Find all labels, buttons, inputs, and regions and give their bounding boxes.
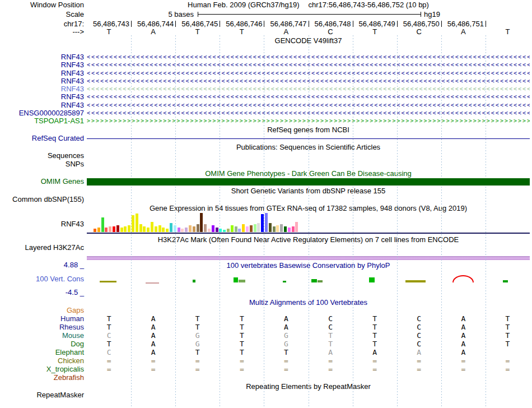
h3k27ac-track-label[interactable]: Layered H3K27Ac [0, 244, 84, 252]
gene-track-label[interactable]: RNF43 [0, 101, 84, 109]
gtex-tissue-bar [208, 229, 211, 232]
gene-intron-line[interactable]: <<<<<<<<<<<<<<<<<<<<<<<<<<<<<<<<<<<<<<<<… [87, 109, 530, 117]
alignment-base: T [284, 349, 288, 356]
species-label[interactable]: Elephant [0, 349, 84, 356]
strand-label: ---> [0, 28, 84, 36]
gene-intron-line[interactable]: <<<<<<<<<<<<<<<<<<<<<<<<<<<<<<<<<<<<<<<<… [87, 61, 530, 69]
reference-base: T [195, 28, 200, 36]
alignment-base: C [328, 315, 333, 323]
gene-track-label[interactable]: TSPOAP1-AS1 [0, 117, 84, 125]
gtex-tissue-bar [158, 225, 161, 232]
alignment-base: A [417, 349, 421, 356]
gene-intron-line[interactable]: <<<<<<<<<<<<<<<<<<<<<<<<<<<<<<<<<<<<<<<<… [87, 69, 530, 77]
gtex-tissue-bar [254, 224, 256, 232]
assembly-short: hg19 [424, 11, 440, 18]
gene-track-label[interactable]: RNF43 [0, 61, 84, 69]
gene-intron-line[interactable]: <<<<<<<<<<<<<<<<<<<<<<<<<<<<<<<<<<<<<<<<… [87, 93, 530, 101]
sequences-track-label[interactable]: Sequences [0, 152, 84, 160]
alignment-base: = [151, 357, 156, 365]
refseq-gene-line[interactable] [87, 138, 530, 139]
alignment-base: C [107, 349, 111, 356]
phylop-mark [234, 277, 238, 282]
reference-base: T [107, 28, 111, 36]
alignment-base: C [417, 323, 421, 331]
species-label[interactable]: Gaps [0, 307, 84, 314]
alignment-base: C [328, 323, 333, 331]
alignment-base: T [506, 340, 510, 348]
gtex-tissue-bar [174, 225, 176, 232]
phylop-mark [283, 281, 286, 282]
alignment-base: T [107, 340, 111, 348]
refseq-track-label[interactable]: RefSeq Curated [0, 135, 84, 142]
phylop-track[interactable] [87, 268, 530, 294]
species-label[interactable]: Chicken [0, 357, 84, 365]
reference-base: T [505, 28, 510, 36]
gtex-tissue-bar [197, 224, 199, 232]
gene-intron-line[interactable]: <<<<<<<<<<<<<<<<<<<<<<<<<<<<<<<<<<<<<<<<… [87, 101, 530, 109]
phylop-mark [452, 275, 474, 282]
alignment-base: A [284, 323, 288, 331]
species-label[interactable]: Human [0, 315, 84, 323]
gtex-chart[interactable] [87, 212, 530, 233]
gtex-tissue-bar [185, 228, 188, 232]
gene-intron-line[interactable]: <<<<<<<<<<<<<<<<<<<<<<<<<<<<<<<<<<<<<<<<… [87, 53, 530, 61]
gtex-tissue-bar [219, 229, 222, 232]
gtex-tissue-bar [246, 226, 249, 232]
omim-track-label[interactable]: OMIM Genes [0, 178, 84, 186]
species-label[interactable]: Dog [0, 340, 84, 348]
gene-track-label[interactable]: RNF43 [0, 69, 84, 77]
species-label[interactable]: Rhesus [0, 323, 84, 331]
species-label[interactable]: Zebrafish [0, 374, 84, 382]
gene-track-label[interactable]: RNF43 [0, 85, 84, 93]
gtex-tissue-bar [155, 226, 157, 232]
snps-track-label[interactable]: SNPs [0, 160, 84, 168]
alignment-base: T [328, 332, 333, 340]
alignment-base: = [372, 357, 377, 365]
phylop-max-label: 4.88 _ [0, 261, 84, 269]
alignment-base: = [107, 365, 111, 373]
alignment-base: = [284, 365, 288, 373]
reference-base: T [240, 28, 244, 36]
alignment-base: = [328, 357, 333, 365]
gene-intron-line[interactable]: >>>>>>>>>>>>>>>>>>>>>>>>>>>>>>>>>>>>>>>>… [87, 117, 530, 125]
alignment-base: A [372, 349, 377, 356]
gtex-tissue-bar [269, 223, 272, 232]
reference-base: A [461, 28, 466, 36]
alignment-base: T [195, 349, 200, 356]
gene-track-label[interactable]: ENSG00000285897 [0, 109, 84, 117]
dbsnp-track-label[interactable]: Common dbSNP(155) [0, 196, 84, 203]
alignment-base: A [151, 315, 156, 323]
alignment-base: G [195, 340, 200, 348]
omim-gene-bar[interactable] [87, 178, 530, 186]
gtex-tissue-bar [200, 213, 203, 232]
phylop-mark [318, 280, 323, 282]
phylop-mark [503, 280, 508, 282]
gtex-tissue-bar [113, 226, 115, 232]
gtex-tissue-bar [227, 229, 230, 232]
phylop-track-label[interactable]: 100 Vert. Cons [0, 275, 84, 283]
alignment-base: = [372, 365, 377, 373]
gtex-tissue-bar [120, 228, 123, 232]
repeatmasker-track-label[interactable]: RepeatMasker [0, 391, 84, 399]
scale-value: 5 bases [138, 11, 194, 18]
gene-intron-line[interactable]: <<<<<<<<<<<<<<<<<<<<<<<<<<<<<<<<<<<<<<<<… [87, 85, 530, 93]
gtex-baseline [87, 233, 530, 234]
gene-intron-line[interactable]: <<<<<<<<<<<<<<<<<<<<<<<<<<<<<<<<<<<<<<<<… [87, 77, 530, 85]
gtex-track-label[interactable]: RNF43 [0, 220, 84, 228]
gene-track-label[interactable]: RNF43 [0, 53, 84, 61]
gtex-tissue-bar [292, 226, 295, 232]
species-label[interactable]: X_tropicalis [0, 365, 84, 373]
alignment-base: = [284, 357, 288, 365]
assembly-title: Human Feb. 2009 (GRCh37/hg19) [188, 1, 299, 9]
alignment-base: = [461, 357, 465, 365]
alignment-base: T [506, 315, 510, 323]
species-label[interactable]: Mouse [0, 332, 84, 340]
gtex-tissue-bar [231, 225, 234, 232]
gene-track-label[interactable]: RNF43 [0, 77, 84, 85]
gtex-tissue-bar [143, 226, 146, 232]
phylop-mark [405, 280, 426, 282]
gene-track-label[interactable]: RNF43 [0, 93, 84, 101]
alignment-base: T [107, 315, 111, 323]
reference-base: C [417, 28, 422, 36]
reference-base: T [372, 28, 377, 36]
